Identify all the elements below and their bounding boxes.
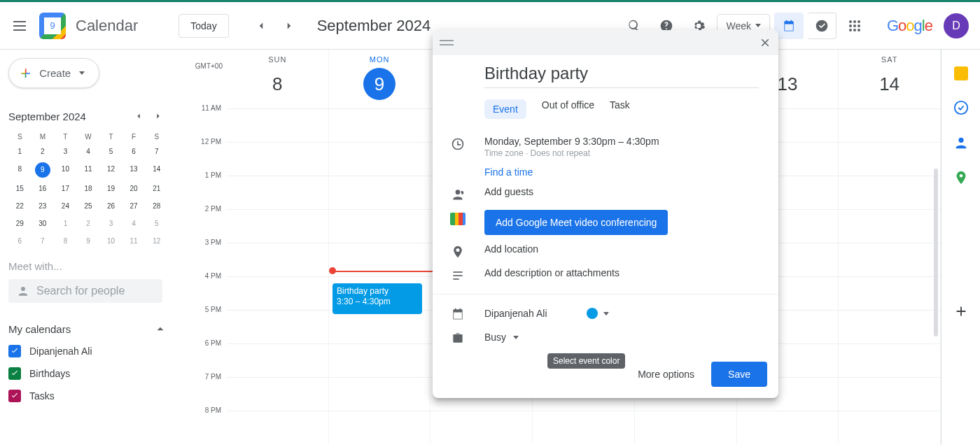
grid-cell[interactable] — [533, 411, 635, 444]
checkbox-icon[interactable] — [8, 345, 21, 357]
grid-cell[interactable] — [227, 108, 329, 142]
close-icon[interactable] — [759, 36, 771, 49]
grid-cell[interactable] — [839, 343, 941, 377]
add-description-input[interactable]: Add description or attachments — [484, 267, 620, 278]
contacts-icon[interactable] — [953, 135, 969, 150]
calendar-mode-button[interactable] — [774, 13, 804, 39]
mini-day[interactable]: 19 — [99, 182, 122, 195]
mini-day[interactable]: 4 — [122, 217, 146, 230]
grid-cell[interactable] — [839, 176, 941, 209]
grid-cell[interactable] — [839, 310, 941, 343]
mini-day[interactable]: 12 — [99, 162, 122, 178]
mini-day[interactable]: 24 — [54, 199, 77, 213]
mini-day[interactable]: 17 — [54, 182, 77, 195]
mini-day[interactable]: 10 — [99, 234, 122, 248]
create-button[interactable]: + Create — [8, 58, 99, 88]
grid-cell[interactable] — [635, 411, 737, 444]
checkbox-icon[interactable] — [8, 390, 21, 402]
event-when-sub[interactable]: Time zone · Does not repeat — [484, 148, 659, 158]
mini-day[interactable]: 26 — [99, 199, 122, 213]
mini-day[interactable]: 9 — [35, 162, 50, 178]
grid-cell[interactable] — [430, 411, 533, 444]
mini-day[interactable]: 6 — [122, 145, 146, 158]
grid-cell[interactable] — [839, 276, 941, 310]
more-options-button[interactable]: More options — [634, 362, 699, 387]
save-button[interactable]: Save — [711, 362, 767, 387]
main-menu-button[interactable] — [6, 12, 34, 40]
grid-cell[interactable] — [329, 377, 431, 411]
checkbox-icon[interactable] — [8, 367, 21, 380]
grid-cell[interactable] — [839, 411, 941, 444]
grid-cell[interactable] — [329, 343, 431, 377]
scrollbar[interactable] — [934, 169, 938, 336]
popover-drag-handle[interactable] — [433, 30, 778, 55]
mini-day[interactable]: 11 — [122, 234, 146, 248]
find-a-time-link[interactable]: Find a time — [484, 166, 533, 178]
mini-day[interactable]: 21 — [145, 182, 168, 195]
mini-day[interactable]: 2 — [77, 217, 100, 230]
grid-cell[interactable] — [329, 411, 431, 444]
add-guests-input[interactable]: Add guests — [484, 186, 533, 197]
event-chip-birthday[interactable]: Birthday party 3:30 – 4:30pm — [332, 283, 422, 314]
add-location-input[interactable]: Add location — [484, 243, 538, 255]
add-panel-icon[interactable] — [953, 304, 969, 319]
mini-day[interactable]: 23 — [31, 199, 55, 213]
today-button[interactable]: Today — [178, 14, 228, 38]
grid-cell[interactable] — [839, 243, 941, 276]
mini-day[interactable]: 7 — [31, 234, 55, 248]
mini-day[interactable]: 9 — [77, 234, 100, 248]
mini-day[interactable]: 1 — [8, 145, 31, 158]
mini-day[interactable]: 8 — [8, 162, 31, 178]
tab-task[interactable]: Task — [610, 99, 630, 119]
mini-day[interactable]: 8 — [54, 234, 77, 248]
grid-cell[interactable] — [227, 377, 329, 411]
calendar-list-item[interactable]: Dipanjenah Ali — [8, 345, 179, 357]
mini-day[interactable]: 4 — [77, 145, 100, 158]
event-title-input[interactable] — [484, 61, 759, 88]
mini-day[interactable]: 15 — [8, 182, 31, 195]
mini-day[interactable]: 11 — [77, 162, 100, 178]
mini-day[interactable]: 3 — [54, 145, 77, 158]
mini-day[interactable]: 30 — [31, 217, 55, 230]
grid-cell[interactable] — [227, 411, 329, 444]
mini-day[interactable]: 6 — [8, 234, 31, 248]
mini-day[interactable]: 5 — [145, 217, 168, 230]
mini-day[interactable]: 10 — [54, 162, 77, 178]
grid-cell[interactable] — [227, 209, 329, 243]
search-people-input[interactable]: Search for people — [8, 279, 162, 303]
next-period-button[interactable] — [275, 12, 303, 40]
mini-day[interactable]: 1 — [54, 217, 77, 230]
mini-day[interactable]: 20 — [122, 182, 146, 195]
mini-day[interactable]: 13 — [122, 162, 146, 178]
prev-period-button[interactable] — [247, 12, 275, 40]
add-meet-button[interactable]: Add Google Meet video conferencing — [484, 210, 668, 235]
mini-day[interactable]: 29 — [8, 217, 31, 230]
mini-day[interactable]: 27 — [122, 199, 146, 213]
tab-out-of-office[interactable]: Out of office — [542, 99, 594, 119]
grid-cell[interactable] — [329, 209, 431, 243]
mini-prev-button[interactable] — [129, 106, 148, 126]
tasks-icon[interactable] — [953, 100, 969, 115]
account-avatar[interactable]: D — [944, 13, 969, 38]
mini-day[interactable]: 28 — [145, 199, 168, 213]
day-header-mon[interactable]: MON 9 — [329, 50, 431, 108]
availability-value[interactable]: Busy — [484, 332, 506, 343]
mini-day[interactable]: 16 — [31, 182, 55, 195]
grid-cell[interactable] — [839, 142, 941, 176]
calendar-list-item[interactable]: Birthdays — [8, 367, 179, 380]
event-when[interactable]: Monday, September 9 3:30pm – 4:30pm — [484, 136, 659, 147]
tasks-mode-button[interactable] — [808, 13, 836, 39]
maps-icon[interactable] — [953, 170, 969, 185]
mini-day[interactable]: 25 — [77, 199, 100, 213]
grid-cell[interactable] — [839, 209, 941, 243]
grid-cell[interactable] — [329, 176, 431, 209]
mini-day[interactable]: 14 — [145, 162, 168, 178]
my-calendars-toggle[interactable]: My calendars — [8, 322, 179, 335]
tab-event[interactable]: Event — [484, 99, 526, 119]
grid-cell[interactable] — [839, 108, 941, 142]
mini-day[interactable]: 12 — [145, 234, 168, 248]
mini-day[interactable]: 3 — [99, 217, 122, 230]
mini-day[interactable]: 5 — [99, 145, 122, 158]
grid-cell[interactable] — [227, 243, 329, 276]
grid-cell[interactable] — [737, 411, 839, 444]
